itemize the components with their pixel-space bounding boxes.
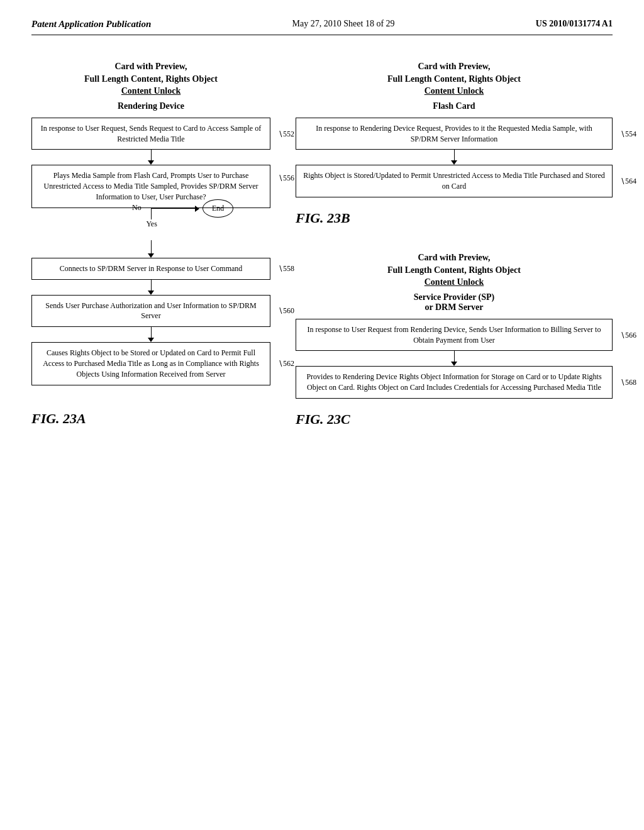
fig23a-subsection: Rendering Device [31,101,270,111]
arrowhead-2 [148,253,154,258]
header-center: May 27, 2010 Sheet 18 of 29 [292,19,395,29]
no-arrowhead [195,206,199,212]
fig23a-title-line2: Full Length Content, Rights Object [31,73,270,86]
step-560-box: Sends User Purchase Authorization and Us… [31,295,270,328]
fig23a-title: Card with Preview, Full Length Content, … [31,60,270,97]
fig23c-subsection-line1: Service Provider (SP) [296,292,613,302]
fig23a-title-underline: Content Unlock [31,85,270,97]
step-566-label: ∖566 [620,330,636,340]
arrowhead-r2 [451,362,457,366]
branch-connector: Yes [31,208,270,229]
right-column: Card with Preview, Full Length Content, … [296,60,613,428]
fig23c-title-underline: Content Unlock [296,276,613,289]
fig23c-subsection-line2: or DRM Server [296,302,613,313]
arrow-554-564 [451,150,457,165]
patent-title: Patent Application Publication [31,19,151,29]
step-566-wrap: In response to User Request from Renderi… [296,319,613,351]
fig23c-title-line1: Card with Preview, [296,252,613,264]
step-558-box: Connects to SP/DRM Server in Response to… [31,258,270,280]
step-568-box: Provides to Rendering Device Rights Obje… [296,366,613,399]
fig23c-subsection: Service Provider (SP) or DRM Server [296,292,613,313]
main-content: Card with Preview, Full Length Content, … [31,60,613,428]
step-566-text: In response to User Request from Renderi… [308,325,601,345]
step-556-box: Plays Media Sample from Flash Card, Prom… [31,165,270,208]
v-seg-2 [151,240,152,253]
header-date-sheet: May 27, 2010 Sheet 18 of 29 [292,19,395,28]
fig23c-flow: In response to User Request from Renderi… [296,319,613,399]
step-568-text: Provides to Rendering Device Rights Obje… [306,372,601,392]
fig23a-title-line1: Card with Preview, [31,60,270,73]
arrow-556-558 [148,240,154,258]
step-562-text: Causes Rights Object to be Stored or Upd… [43,348,259,379]
step-562-wrap: Causes Rights Object to be Stored or Upd… [31,342,270,385]
step-552-label: ∖552 [278,129,294,138]
fig23c-section: Card with Preview, Full Length Content, … [296,252,613,428]
yes-label: Yes [146,219,157,229]
fig23b-label-wrap: FIG. 23B [296,210,613,226]
fig23c-title: Card with Preview, Full Length Content, … [296,252,613,289]
arrow-552-556 [148,150,154,165]
fig23a-label-wrap: FIG. 23A [31,398,270,427]
end-oval-wrap: End [203,199,233,218]
step-564-wrap: Rights Object is Stored/Updated to Permi… [296,165,613,197]
fig23a-flow: In response to User Request, Sends Reque… [31,118,270,427]
step-558-wrap: Connects to SP/DRM Server in Response to… [31,258,270,280]
step-564-label: ∖564 [620,177,636,186]
fig23b-title-line2: Full Length Content, Rights Object [296,73,613,86]
step-568-wrap: Provides to Rendering Device Rights Obje… [296,366,613,399]
step-554-text: In response to Rendering Device Request,… [316,124,592,143]
step-558-label: ∖558 [278,264,294,274]
step-560-text: Sends User Purchase Authorization and Us… [45,301,256,321]
v-seg-1 [151,150,152,160]
fig23a-column: Card with Preview, Full Length Content, … [31,60,270,427]
arrowhead-1 [148,160,154,165]
step-554-box: In response to Rendering Device Request,… [296,118,613,150]
fig23c-title-line2: Full Length Content, Rights Object [296,264,613,277]
fig23c-label-wrap: FIG. 23C [296,411,613,428]
v-seg-4 [151,327,152,338]
branch-area: Yes No End [31,208,270,229]
step-562-box: Causes Rights Object to be Stored or Upd… [31,342,270,385]
step-560-wrap: Sends User Purchase Authorization and Us… [31,295,270,328]
no-h-line [151,208,195,209]
arrow-558-560 [148,280,154,295]
page-header: Patent Application Publication May 27, 2… [31,19,613,35]
page: Patent Application Publication May 27, 2… [0,0,644,830]
fig23b-section: Card with Preview, Full Length Content, … [296,60,613,226]
step-568-label: ∖568 [620,378,636,387]
step-552-wrap: In response to User Request, Sends Reque… [31,118,270,150]
step-556-label: ∖556 [278,174,294,183]
step-554-label: ∖554 [620,129,636,138]
step-566-box: In response to User Request from Renderi… [296,319,613,351]
v-seg-yes [151,208,152,219]
step-552-box: In response to User Request, Sends Reque… [31,118,270,150]
end-oval: End [203,199,233,218]
step-554-wrap: In response to Rendering Device Request,… [296,118,613,150]
fig23b-title-underline: Content Unlock [296,85,613,97]
fig23b-label: FIG. 23B [296,210,613,226]
no-label: No [132,203,142,213]
fig23b-subsection: Flash Card [296,101,613,111]
arrow-560-562 [148,327,154,342]
fig23b-flow: In response to Rendering Device Request,… [296,118,613,197]
fig23b-title: Card with Preview, Full Length Content, … [296,60,613,97]
arrowhead-r1 [451,160,457,165]
step-556-wrap: Plays Media Sample from Flash Card, Prom… [31,165,270,208]
fig23a-label: FIG. 23A [31,411,270,427]
fig23c-label: FIG. 23C [296,411,613,428]
v-seg-r2 [454,351,455,362]
step-564-text: Rights Object is Stored/Updated to Permi… [303,171,605,191]
step-562-label: ∖562 [278,359,294,368]
step-552-text: In response to User Request, Sends Reque… [41,124,261,143]
arrowhead-3 [148,290,154,295]
header-right: US 2010/0131774 A1 [536,19,613,29]
step-556-text: Plays Media Sample from Flash Card, Prom… [44,171,258,201]
step-564-box: Rights Object is Stored/Updated to Permi… [296,165,613,197]
v-seg-r1 [454,150,455,160]
header-left: Patent Application Publication [31,19,151,30]
patent-number: US 2010/0131774 A1 [536,19,613,28]
fig23b-title-line1: Card with Preview, [296,60,613,73]
arrowhead-4 [148,338,154,342]
arrow-566-568 [451,351,457,366]
step-558-text: Connects to SP/DRM Server in Response to… [60,264,243,273]
